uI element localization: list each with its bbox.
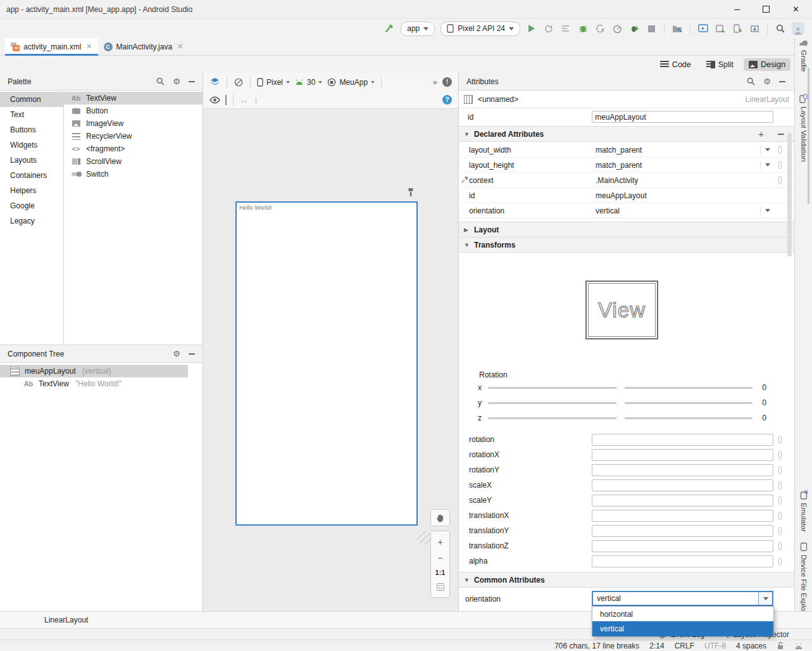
file-encoding[interactable]: UTF-8 bbox=[704, 642, 726, 650]
pan-button[interactable] bbox=[430, 509, 450, 526]
attribute-value[interactable]: .MainActivity bbox=[596, 176, 638, 185]
transform-field-input[interactable] bbox=[592, 479, 773, 491]
attribute-row[interactable]: context .MainActivity bbox=[459, 173, 794, 188]
device-picker[interactable]: Pixel bbox=[257, 78, 290, 87]
profiler-gauge-icon[interactable] bbox=[611, 23, 623, 34]
android-status-icon[interactable] bbox=[794, 642, 803, 650]
palette-component[interactable]: ScrollView bbox=[64, 155, 203, 168]
maximize-button[interactable] bbox=[763, 6, 770, 13]
orientation-icon[interactable] bbox=[234, 77, 244, 87]
view-mode-button[interactable]: Split bbox=[701, 58, 739, 71]
palette-component[interactable]: Button bbox=[64, 104, 203, 117]
layout-section-header[interactable]: ▶ Layout bbox=[459, 222, 794, 237]
device-manager-icon[interactable] bbox=[671, 23, 683, 34]
zoom-reset-button[interactable]: 1:1 bbox=[435, 569, 446, 576]
palette-category[interactable]: Text bbox=[0, 107, 63, 122]
value-dropdown-control[interactable] bbox=[760, 146, 770, 155]
transform-field-input[interactable] bbox=[592, 464, 773, 476]
resource-flag-icon[interactable] bbox=[778, 451, 782, 459]
resource-flag-icon[interactable] bbox=[778, 557, 782, 566]
hello-world-textview[interactable]: Hello World! bbox=[239, 204, 272, 211]
device-screen-preview[interactable]: Hello World! bbox=[235, 201, 418, 526]
zoom-out-button[interactable]: − bbox=[437, 553, 442, 562]
view-options-icon[interactable] bbox=[209, 96, 220, 104]
hide-panel-icon[interactable] bbox=[189, 353, 195, 355]
attribute-row[interactable]: orientation vertical bbox=[459, 203, 794, 218]
transform-field-input[interactable] bbox=[592, 525, 773, 537]
palette-component[interactable]: <fragment> bbox=[64, 142, 203, 155]
resource-flag-icon[interactable] bbox=[778, 176, 782, 184]
layout-variants-icon[interactable] bbox=[225, 96, 227, 104]
slider-thumb[interactable] bbox=[616, 383, 625, 393]
palette-component[interactable]: RecyclerView bbox=[64, 130, 203, 142]
dropdown-option[interactable]: vertical bbox=[592, 621, 773, 636]
dropdown-option[interactable]: horizontal bbox=[592, 607, 773, 621]
transform-field-input[interactable] bbox=[592, 449, 773, 461]
add-attribute-icon[interactable]: + bbox=[758, 129, 764, 139]
apply-changes-icon[interactable] bbox=[543, 23, 554, 34]
line-ending[interactable]: CRLF bbox=[675, 642, 694, 650]
common-attributes-section-header[interactable]: ▼ Common Attributes bbox=[459, 572, 794, 588]
palette-component[interactable]: TextView bbox=[64, 92, 203, 104]
resource-flag-icon[interactable] bbox=[778, 512, 782, 520]
avd-manager-icon[interactable] bbox=[715, 23, 726, 34]
resource-flag-icon[interactable] bbox=[778, 466, 782, 474]
palette-component[interactable]: ImageView bbox=[64, 117, 203, 130]
transforms-section-header[interactable]: ▼ Transforms bbox=[459, 237, 794, 253]
resource-flag-icon[interactable] bbox=[778, 481, 782, 490]
attribute-value[interactable]: vertical bbox=[596, 206, 620, 215]
resource-flag-icon[interactable] bbox=[778, 496, 782, 505]
caret-position[interactable]: 2:14 bbox=[649, 642, 664, 650]
combobox-dropdown-button[interactable] bbox=[758, 592, 772, 605]
transform-field-input[interactable] bbox=[592, 510, 773, 522]
hide-panel-icon[interactable] bbox=[189, 81, 195, 82]
value-dropdown-control[interactable] bbox=[760, 206, 770, 215]
stop-button[interactable] bbox=[646, 23, 657, 34]
value-dropdown-control[interactable] bbox=[760, 161, 770, 170]
design-surface-selector-icon[interactable] bbox=[209, 77, 220, 87]
palette-category[interactable]: Containers bbox=[0, 168, 63, 183]
view-mode-button[interactable]: Design bbox=[744, 58, 790, 71]
overflow-icon[interactable]: » bbox=[433, 77, 437, 87]
run-configuration-select[interactable]: app bbox=[401, 22, 435, 36]
theme-picker[interactable]: MeuApp bbox=[327, 78, 375, 87]
rotation-slider[interactable] bbox=[488, 402, 753, 404]
palette-category[interactable]: Legacy bbox=[0, 213, 63, 229]
scrollbar-thumb[interactable] bbox=[808, 68, 809, 204]
transform-field-input[interactable] bbox=[592, 555, 773, 567]
resource-flag-icon[interactable] bbox=[778, 542, 782, 550]
attribute-value[interactable]: match_parent bbox=[596, 161, 642, 170]
avatar[interactable] bbox=[792, 22, 804, 35]
attribute-value[interactable]: match_parent bbox=[596, 146, 642, 155]
attach-debugger-icon[interactable] bbox=[594, 23, 606, 34]
slider-thumb[interactable] bbox=[616, 398, 625, 408]
zoom-in-button[interactable]: + bbox=[437, 538, 442, 547]
rotation-slider[interactable] bbox=[488, 417, 753, 419]
profile-lines-icon[interactable] bbox=[560, 23, 572, 34]
unlock-icon[interactable] bbox=[777, 642, 784, 650]
component-tree-item[interactable]: meuAppLayout (vertical) bbox=[0, 365, 188, 377]
resource-flag-icon[interactable] bbox=[778, 161, 782, 169]
attributes-scrollbar[interactable] bbox=[787, 133, 792, 256]
build-hammer-icon[interactable] bbox=[384, 23, 395, 34]
palette-category[interactable]: Helpers bbox=[0, 183, 63, 198]
palette-component[interactable]: Switch bbox=[64, 168, 203, 180]
logcat-icon[interactable] bbox=[697, 23, 709, 34]
editor-tab[interactable]: activity_main.xml ✕ bbox=[5, 38, 98, 55]
run-button[interactable] bbox=[526, 23, 537, 34]
tool-button-gradle[interactable]: Gradle bbox=[795, 40, 812, 72]
attribute-value[interactable]: meuAppLayout bbox=[596, 191, 647, 200]
transform-field-input[interactable] bbox=[592, 495, 773, 507]
gear-icon[interactable]: ⚙ bbox=[173, 349, 180, 358]
attribute-row[interactable]: layout_height match_parent bbox=[459, 158, 794, 173]
palette-category[interactable]: Common bbox=[0, 92, 63, 107]
resource-flag-icon[interactable] bbox=[778, 146, 782, 154]
transform-field-input[interactable] bbox=[592, 540, 773, 552]
sync-device-icon[interactable] bbox=[732, 23, 743, 34]
close-button[interactable]: ✕ bbox=[792, 4, 799, 14]
resource-flag-icon[interactable] bbox=[778, 436, 782, 444]
zoom-to-fit-icon[interactable] bbox=[437, 583, 444, 591]
transform-field-input[interactable] bbox=[592, 434, 773, 446]
debug-bug-icon[interactable] bbox=[577, 23, 589, 34]
palette-category[interactable]: Google bbox=[0, 198, 63, 213]
